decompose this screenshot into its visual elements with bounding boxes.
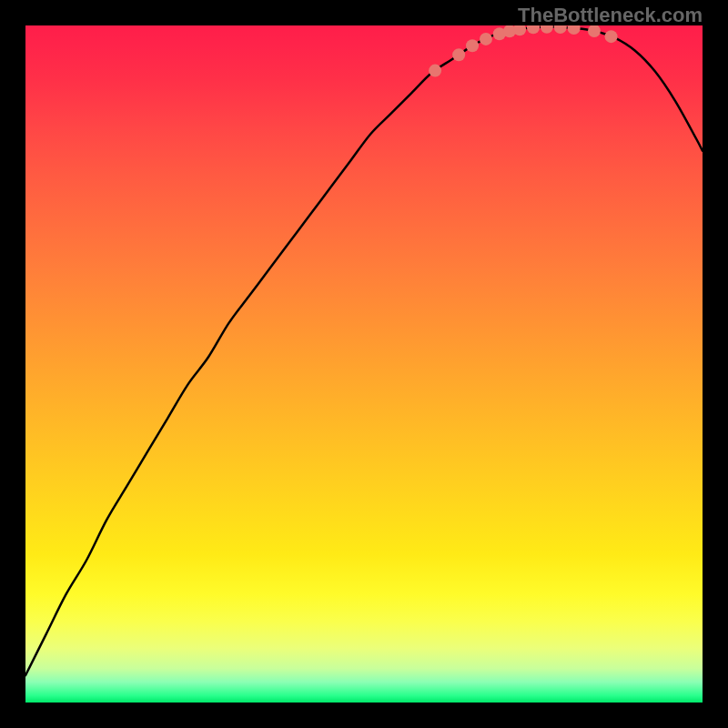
data-dot: [466, 39, 479, 52]
data-dot: [605, 30, 618, 43]
chart-container: TheBottleneck.com: [0, 0, 728, 728]
data-dot: [480, 33, 492, 46]
data-dot: [452, 48, 465, 61]
plot-area: [25, 25, 703, 703]
bottleneck-curve: [25, 25, 703, 703]
data-dot: [429, 65, 441, 77]
watermark-text: TheBottleneck.com: [518, 4, 703, 27]
